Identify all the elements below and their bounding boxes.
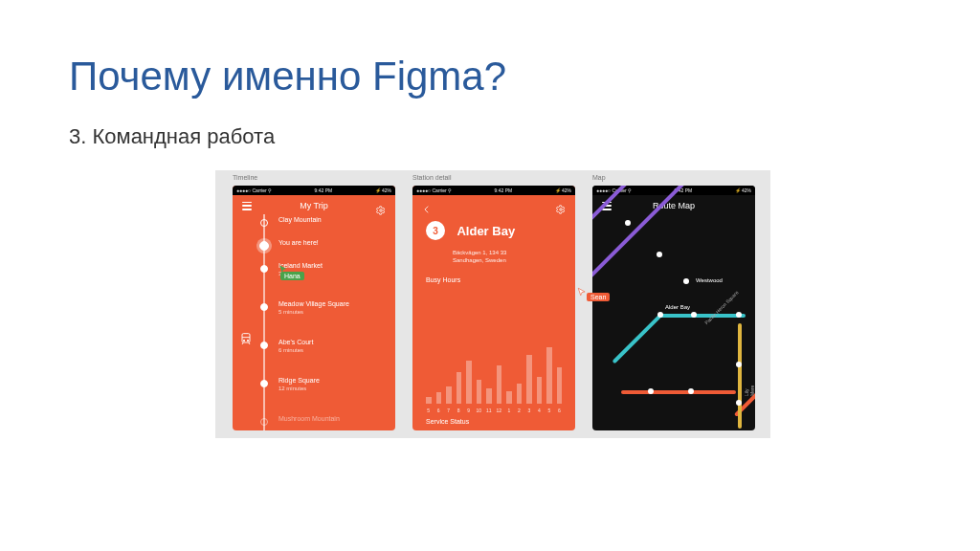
chart-tick: 9 xyxy=(466,408,471,413)
station-name: Alder Bay xyxy=(457,224,515,238)
station-address: Bäckvägen 1, 134 33 Sandhagen, Sweden xyxy=(412,244,575,267)
chart-bar xyxy=(486,388,492,405)
gear-icon[interactable] xyxy=(556,201,566,209)
chart-tick: 8 xyxy=(456,408,460,413)
frame-label-timeline: Timeline xyxy=(233,174,257,181)
frame-label-map: Map xyxy=(592,174,606,181)
route-line-cyan xyxy=(659,314,746,318)
busy-hours-label: Busy Hours xyxy=(412,267,575,285)
chart-bar xyxy=(557,367,563,404)
stop-item[interactable]: Meadow Village Square5 minutes xyxy=(257,300,386,315)
station-dot[interactable] xyxy=(736,400,742,406)
screen-route-map: ●●●●○ Carrier ⚲ 9:42 PM ⚡ 42% Route Map xyxy=(592,186,755,430)
chart-bar xyxy=(446,386,452,404)
station-dot[interactable] xyxy=(736,312,742,318)
busy-hours-xaxis: 56789101112123456 xyxy=(426,408,562,413)
station-dot[interactable] xyxy=(625,220,631,226)
chart-tick: 5 xyxy=(426,408,431,413)
station-dot[interactable] xyxy=(657,312,663,318)
chart-tick: 1 xyxy=(506,408,511,413)
stop-item[interactable]: Mushroom Mountain xyxy=(257,415,386,422)
slide-subtitle: 3. Командная работа xyxy=(69,124,275,149)
status-time: 9:42 PM xyxy=(495,187,513,193)
chart-tick: 3 xyxy=(526,408,531,413)
station-label-pacific: Pacific Heron Square xyxy=(703,290,740,326)
station-label-westwood: Westwood xyxy=(696,277,723,283)
chart-tick: 5 xyxy=(546,408,551,413)
stop-item[interactable]: You are here! xyxy=(257,239,386,246)
station-dot[interactable] xyxy=(648,388,654,394)
figma-canvas: Timeline Station detail Map ●●●●○ Carrie… xyxy=(215,170,770,438)
station-dot[interactable] xyxy=(683,278,689,284)
status-carrier: ●●●●○ Carrier ⚲ xyxy=(236,187,272,193)
chart-bar xyxy=(506,391,512,404)
hamburger-icon[interactable] xyxy=(242,202,252,210)
line-badge: 3 xyxy=(426,221,445,240)
chart-tick: 10 xyxy=(476,408,481,413)
screen-timeline: ●●●●○ Carrier ⚲ 9:42 PM ⚡ 42% My Trip Cl… xyxy=(233,186,395,430)
station-dot[interactable] xyxy=(657,252,662,257)
chart-tick: 6 xyxy=(435,408,440,413)
station-dot[interactable] xyxy=(688,388,694,394)
stop-item[interactable]: Ridge Square12 minutes xyxy=(257,377,386,391)
service-status-label: Service Status xyxy=(426,418,469,425)
chart-bar xyxy=(497,365,502,404)
station-dot[interactable] xyxy=(736,362,742,367)
status-carrier: ●●●●○ Carrier ⚲ xyxy=(416,187,452,193)
route-map[interactable]: Westwood Alder Bay Pacific Heron Square … xyxy=(592,209,755,430)
status-bar: ●●●●○ Carrier ⚲ 9:42 PM ⚡ 42% xyxy=(233,186,395,195)
gear-icon[interactable] xyxy=(376,202,386,210)
frame-label-detail: Station detail xyxy=(412,174,451,181)
chart-tick: 11 xyxy=(486,408,492,413)
tram-icon xyxy=(238,331,254,346)
route-line-red xyxy=(621,390,736,394)
status-time: 9:42 PM xyxy=(315,187,333,193)
station-label-alder-bay: Alder Bay xyxy=(665,304,690,310)
chart-tick: 2 xyxy=(517,408,522,413)
status-bar: ●●●●○ Carrier ⚲ 9:42 PM ⚡ 42% xyxy=(412,186,575,195)
chart-bar xyxy=(477,380,482,404)
busy-hours-chart xyxy=(426,341,562,404)
collab-cursor-label: Hana xyxy=(280,272,304,280)
chart-tick: 12 xyxy=(497,408,502,413)
stop-item[interactable]: Abe's Court6 minutes xyxy=(257,339,386,353)
back-icon[interactable] xyxy=(422,201,432,209)
chart-tick: 7 xyxy=(446,408,451,413)
route-line-cyan xyxy=(612,314,662,364)
stop-item[interactable]: Clay Mountain xyxy=(257,216,386,223)
collab-cursor-icon xyxy=(278,260,288,270)
chart-bar xyxy=(436,392,442,404)
screen-station-detail: ●●●●○ Carrier ⚲ 9:42 PM ⚡ 42% 3 Alder Ba… xyxy=(412,186,575,430)
chart-tick: 6 xyxy=(557,408,562,413)
chart-bar xyxy=(517,384,523,404)
station-dot[interactable] xyxy=(691,312,697,318)
collab-cursor-label: Sean xyxy=(587,293,610,301)
status-battery: ⚡ 42% xyxy=(555,187,571,193)
chart-bar xyxy=(426,397,432,404)
chart-bar xyxy=(466,361,472,404)
chart-bar xyxy=(546,347,552,404)
status-battery: ⚡ 42% xyxy=(375,187,391,193)
route-line-yellow xyxy=(738,323,742,429)
chart-bar xyxy=(526,355,532,404)
station-label-lily: Lily Mere xyxy=(744,385,755,396)
status-battery: ⚡ 42% xyxy=(735,187,751,193)
chart-bar xyxy=(457,372,462,404)
svg-point-4 xyxy=(247,340,248,341)
collab-cursor-icon xyxy=(577,283,587,293)
svg-point-5 xyxy=(560,209,563,211)
slide-title: Почему именно Figma? xyxy=(69,54,506,99)
screen-title: My Trip xyxy=(300,201,328,210)
chart-tick: 4 xyxy=(537,408,542,413)
svg-point-3 xyxy=(243,340,244,341)
chart-bar xyxy=(537,377,543,404)
stop-item[interactable]: Iceland Market3 minutes xyxy=(257,262,386,276)
stops-list: Clay Mountain You are here! Iceland Mark… xyxy=(233,210,395,430)
